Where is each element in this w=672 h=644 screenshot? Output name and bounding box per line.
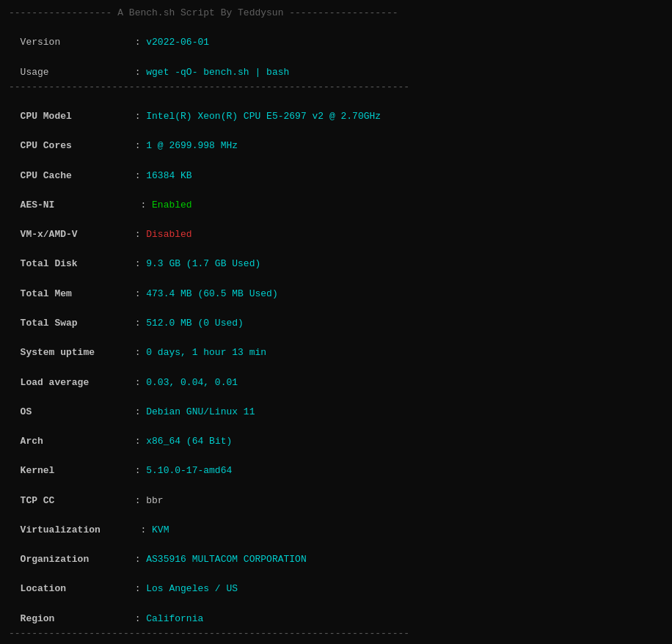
vm-spacing: : [78, 229, 147, 240]
cpu-model-spacing: : [72, 111, 146, 122]
location-line: Location : Los Angeles / US [9, 567, 663, 596]
cpu-model-label: CPU Model [21, 111, 72, 122]
region-line: Region : California [9, 597, 663, 626]
version-line: Version : v2022-06-01 [9, 21, 663, 50]
io-run1-line: I/O Speed(1st run) : 382 MB/s [9, 641, 663, 644]
cpu-cache-line: CPU Cache : 16384 KB [9, 153, 663, 183]
virt-line: Virtualization : KVM [9, 508, 663, 538]
tcp-cc-line: TCP CC : bbr [9, 479, 663, 508]
version-spacing: : [60, 37, 146, 48]
virt-spacing: : [101, 524, 152, 535]
os-spacing: : [32, 406, 146, 417]
usage-label: Usage [21, 67, 49, 78]
usage-spacing: : [49, 67, 147, 78]
cpu-cores-spacing: : [72, 140, 146, 151]
load-value: 0.03, 0.04, 0.01 [146, 377, 238, 388]
virt-label: Virtualization [21, 524, 101, 535]
total-disk-spacing: : [78, 258, 147, 269]
version-value: v2022-06-01 [146, 37, 209, 48]
arch-line: Arch : x86_64 (64 Bit) [9, 420, 663, 449]
os-label: OS [21, 406, 32, 417]
region-value: California [146, 613, 203, 624]
location-spacing: : [66, 583, 146, 594]
uptime-value: 0 days, 1 hour 13 min [146, 347, 266, 358]
aes-ni-spacing: : [54, 200, 152, 211]
total-mem-spacing: : [72, 288, 146, 299]
kernel-spacing: : [54, 465, 146, 476]
total-mem-line: Total Mem : 473.4 MB (60.5 MB Used) [9, 272, 663, 301]
cpu-cores-value: 1 @ 2699.998 MHz [146, 140, 238, 151]
usage-line: Usage : wget -qO- bench.sh | bash [9, 50, 663, 79]
version-label: Version [21, 37, 61, 48]
total-swap-value: 512.0 MB (0 Used) [146, 318, 244, 329]
vm-value: Disabled [146, 229, 191, 240]
cpu-model-value: Intel(R) Xeon(R) CPU E5-2697 v2 @ 2.70GH… [146, 111, 381, 122]
total-swap-line: Total Swap : 512.0 MB (0 Used) [9, 301, 663, 331]
tcp-cc-label: TCP CC [21, 495, 55, 506]
total-swap-label: Total Swap [21, 318, 78, 329]
kernel-line: Kernel : 5.10.0-17-amd64 [9, 449, 663, 478]
uptime-line: System uptime : 0 days, 1 hour 13 min [9, 331, 663, 360]
tcp-cc-value: bbr [146, 495, 163, 506]
tcp-cc-spacing: : [54, 495, 146, 506]
region-label: Region [21, 613, 55, 624]
load-label: Load average [21, 377, 90, 388]
location-label: Location [21, 583, 66, 594]
virt-value: KVM [152, 524, 169, 535]
org-value: AS35916 MULTACOM CORPORATION [146, 554, 306, 565]
header-divider: ------------------ A Bench.sh Script By … [9, 6, 663, 21]
kernel-value: 5.10.0-17-amd64 [146, 465, 232, 476]
divider-1: ----------------------------------------… [9, 80, 663, 95]
cpu-model-line: CPU Model : Intel(R) Xeon(R) CPU E5-2697… [9, 95, 663, 124]
total-mem-label: Total Mem [21, 288, 72, 299]
kernel-label: Kernel [21, 465, 55, 476]
arch-spacing: : [43, 436, 146, 447]
cpu-cache-label: CPU Cache [21, 170, 72, 181]
aes-ni-line: AES-NI : Enabled [9, 183, 663, 213]
location-value: Los Angeles / US [146, 583, 238, 594]
uptime-spacing: : [95, 347, 146, 358]
total-disk-line: Total Disk : 9.3 GB (1.7 GB Used) [9, 242, 663, 271]
load-line: Load average : 0.03, 0.04, 0.01 [9, 360, 663, 389]
org-label: Organization [21, 554, 90, 565]
load-spacing: : [89, 377, 146, 388]
aes-ni-value: Enabled [152, 200, 192, 211]
usage-value: wget -qO- bench.sh | bash [146, 67, 289, 78]
region-spacing: : [54, 613, 146, 624]
vm-label: VM-x/AMD-V [21, 229, 78, 240]
vm-line: VM-x/AMD-V : Disabled [9, 213, 663, 242]
total-swap-spacing: : [78, 318, 147, 329]
cpu-cores-line: CPU Cores : 1 @ 2699.998 MHz [9, 124, 663, 153]
os-line: OS : Debian GNU/Linux 11 [9, 390, 663, 420]
cpu-cache-value: 16384 KB [146, 170, 191, 181]
org-line: Organization : AS35916 MULTACOM CORPORAT… [9, 538, 663, 567]
os-value: Debian GNU/Linux 11 [146, 406, 255, 417]
total-mem-value: 473.4 MB (60.5 MB Used) [146, 288, 277, 299]
cpu-cores-label: CPU Cores [21, 140, 72, 151]
divider-2: ----------------------------------------… [9, 626, 663, 641]
arch-label: Arch [21, 436, 43, 447]
cpu-cache-spacing: : [72, 170, 146, 181]
org-spacing: : [89, 554, 146, 565]
total-disk-value: 9.3 GB (1.7 GB Used) [146, 258, 260, 269]
uptime-label: System uptime [21, 347, 95, 358]
arch-value: x86_64 (64 Bit) [146, 436, 232, 447]
total-disk-label: Total Disk [21, 258, 78, 269]
aes-ni-label: AES-NI [21, 200, 55, 211]
